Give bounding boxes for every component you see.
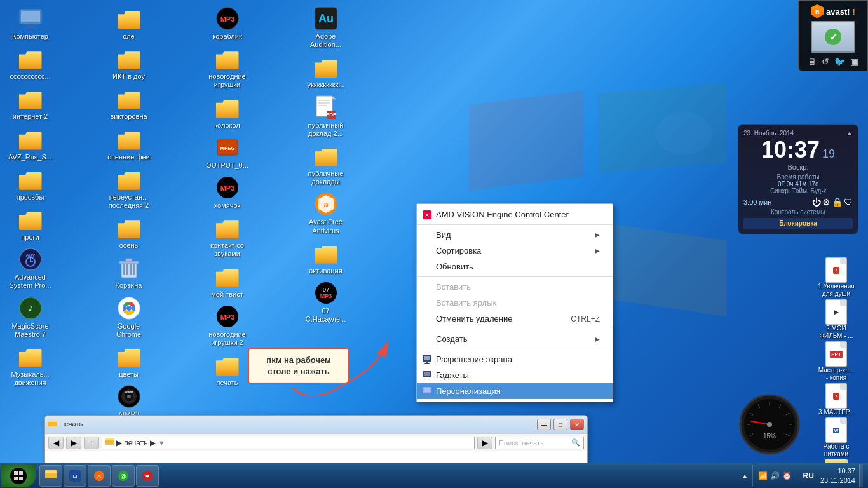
avast-check-icon: ✓ — [825, 29, 841, 45]
ctx-gadgets[interactable]: Гаджеты — [417, 367, 613, 383]
ctx-amd-label: AMD VISION Engine Control Center — [436, 210, 569, 219]
icon-print[interactable]: печать — [200, 349, 254, 390]
icon-ole[interactable]: оле — [102, 3, 156, 43]
ctx-view[interactable]: Вид ▶ — [417, 227, 613, 243]
taskbar-avz-button[interactable]: A — [88, 465, 111, 487]
show-desktop-button[interactable] — [859, 464, 863, 487]
icon-ikt[interactable]: ИКТ в доу — [102, 43, 156, 83]
icon-bell[interactable]: колокол — [200, 92, 254, 132]
icon-advanced[interactable]: ADV Advanced System Pro... — [3, 244, 57, 292]
icon-internet2[interactable]: интернет 2 — [3, 83, 57, 123]
file-icon-master3[interactable]: ♪ 3.МАСТЕР... — [808, 383, 865, 416]
explorer-search[interactable]: Поиск: печать 🔍 — [495, 437, 584, 449]
ctx-paste[interactable]: Вставить — [417, 279, 613, 295]
icon-kontakt[interactable]: контакт со звуками — [200, 212, 254, 261]
avast-controls: 🖥 ↺ 🐦 ▣ — [808, 57, 858, 67]
file-film-label: 2.МОЙФИЛЬМ - ... — [819, 325, 853, 340]
clock-lock-label[interactable]: Блокировка — [743, 218, 853, 229]
icon-viktorovna[interactable]: викторовна — [102, 83, 156, 123]
svg-rect-13 — [126, 264, 128, 274]
window-minimize-button[interactable]: — — [537, 419, 551, 430]
icon-reinstall[interactable]: переустан... последняя 2 — [102, 164, 156, 212]
svg-point-62 — [767, 422, 772, 427]
tray-language[interactable]: RU — [801, 471, 817, 480]
clock-controls: ⏻ ⚙ 🔒 🛡 — [812, 197, 853, 207]
ctx-amd[interactable]: A AMD VISION Engine Control Center — [417, 207, 613, 222]
ctx-paste-shortcut[interactable]: Вставить ярлык — [417, 295, 613, 311]
taskbar-explorer-button[interactable] — [39, 465, 62, 487]
svg-text:@: @ — [120, 473, 126, 480]
icon-flowers[interactable]: цветы — [102, 341, 156, 381]
ctx-refresh[interactable]: Обновить — [417, 259, 613, 274]
icon-mp3-07[interactable]: 07MP3 07 С.Насауле... — [299, 278, 353, 326]
clock-lock-icon[interactable]: 🔒 — [832, 197, 843, 207]
icon-public-doc[interactable]: PDF публичный доклад 2... — [299, 92, 353, 140]
icon-ukkk[interactable]: уккккккккк... — [299, 51, 353, 92]
explorer-path[interactable]: ▶ печать ▶ ▼ — [102, 437, 475, 449]
icon-folder-sss[interactable]: сссссссссс... — [3, 43, 57, 83]
file-master-copy-label: Мастер-кл...- копия — [818, 367, 855, 382]
file-icon-master-copy[interactable]: PPT Мастер-кл...- копия — [808, 341, 865, 382]
icon-activation[interactable]: активация — [299, 238, 353, 278]
taskbar-email-button[interactable]: @ — [112, 465, 135, 487]
ctx-create[interactable]: Создать ▶ — [417, 331, 613, 347]
svg-text:Au: Au — [318, 12, 334, 25]
taskbar-btn5[interactable]: ❤ — [136, 465, 159, 487]
icon-progi[interactable]: проги — [3, 204, 57, 244]
taskbar-btn2[interactable]: M — [64, 465, 86, 487]
clock-shield-icon[interactable]: 🛡 — [844, 197, 853, 207]
explorer-up-button[interactable]: ↑ — [84, 437, 99, 449]
icon-chrome[interactable]: Google Chrome — [102, 293, 156, 341]
icon-autumn-fey[interactable]: осенние феи — [102, 124, 156, 164]
svg-text:AIMP: AIMP — [125, 390, 133, 394]
tray-expand-icon[interactable]: ▲ — [742, 472, 749, 480]
icon-adobe-au[interactable]: Au Adobe Audition... — [299, 3, 353, 51]
ctx-personalize[interactable]: Персонализация — [417, 383, 613, 399]
ctx-resolution-icon — [422, 355, 432, 365]
icon-newyear2[interactable]: MP3 новогодние игрушки 2 — [200, 301, 254, 349]
ctx-resolution[interactable]: Разрешение экрана — [417, 351, 613, 367]
start-button[interactable] — [1, 464, 36, 487]
icon-khomyachok[interactable]: MP3 хомячок — [200, 172, 254, 212]
icon-requests[interactable]: просьбы — [3, 164, 57, 204]
explorer-go-button[interactable]: ▶ — [477, 437, 492, 449]
svg-rect-17 — [126, 259, 132, 262]
icon-ship[interactable]: MP3 кораблик — [200, 3, 254, 43]
icon-computer[interactable]: Компьютер — [3, 3, 57, 43]
file-icon-rabota[interactable]: W Работа снитками — [808, 417, 865, 458]
avast-exclaim: ! — [853, 7, 855, 17]
svg-point-79 — [10, 468, 27, 484]
svg-rect-67 — [424, 356, 430, 360]
file-icon-film[interactable]: ▶ 2.МОЙФИЛЬМ - ... — [808, 299, 865, 340]
ctx-undo[interactable]: Отменить удаление CTRL+Z — [417, 311, 613, 327]
tray-clock[interactable]: 10:37 23.11.2014 — [820, 466, 855, 485]
explorer-forward-button[interactable]: ▶ — [66, 437, 81, 449]
icon-autumn[interactable]: осень — [102, 212, 156, 252]
icon-viktorovna-label: викторовна — [110, 112, 147, 121]
svg-rect-68 — [426, 362, 428, 363]
clock-widget: 23. Ноябрь. 2014 ▲ 10:37 19 Воскр. Время… — [738, 124, 858, 234]
icon-mytwist[interactable]: мой твист — [200, 261, 254, 301]
icon-public-reports[interactable]: публичные доклады — [299, 140, 353, 189]
icon-magicscore[interactable]: ♪ MagicScore Maestro 7 — [3, 293, 57, 341]
clock-gear-icon[interactable]: ⚙ — [822, 197, 831, 207]
window-close-button[interactable]: ✕ — [570, 419, 584, 430]
explorer-back-button[interactable]: ◀ — [48, 437, 64, 449]
icon-adobe-au-label: Adobe Audition... — [310, 32, 341, 49]
clock-power-icon[interactable]: ⏻ — [812, 197, 821, 207]
clock-timer: 3:00 мин — [743, 198, 771, 206]
icon-avast-free[interactable]: a Avast Free Antivirus — [299, 189, 353, 237]
icon-avz[interactable]: AVZ_Rus_S... — [3, 124, 57, 164]
ctx-sort[interactable]: Сортировка ▶ — [417, 243, 613, 259]
clock-expand[interactable]: ▲ — [846, 130, 853, 137]
explorer-path-dropdown[interactable]: ▼ — [158, 439, 165, 447]
avast-icon-1: 🖥 — [808, 57, 817, 67]
icon-newyear[interactable]: новогодние игрушки — [200, 43, 254, 92]
icon-music[interactable]: Музыкаль... движения — [3, 341, 57, 390]
icon-output[interactable]: MPEG OUTPUT_0... — [200, 132, 254, 172]
file-uvlecheniya-label: 1.Увлечениядля души — [818, 283, 855, 298]
window-maximize-button[interactable]: □ — [553, 419, 567, 430]
icon-recycle[interactable]: Корзина — [102, 252, 156, 292]
ctx-view-label: Вид — [436, 230, 451, 240]
file-icon-uvlecheniya[interactable]: ♪ 1.Увлечениядля души — [808, 257, 865, 298]
